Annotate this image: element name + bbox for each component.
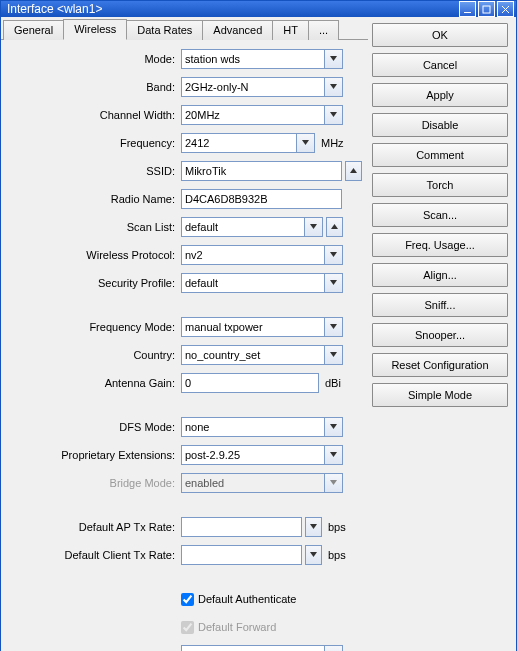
chevron-down-icon[interactable] [296, 134, 314, 152]
label-ap-tx-rate: Default AP Tx Rate: [7, 521, 181, 533]
label-proprietary-extensions: Proprietary Extensions: [7, 449, 181, 461]
channel-width-select[interactable] [181, 105, 343, 125]
torch-button[interactable]: Torch [372, 173, 508, 197]
simple-mode-button[interactable]: Simple Mode [372, 383, 508, 407]
ssid-input[interactable] [181, 161, 342, 181]
security-profile-select[interactable] [181, 273, 343, 293]
sniff-button[interactable]: Sniff... [372, 293, 508, 317]
unit-bps: bps [328, 549, 346, 561]
tab-wireless[interactable]: Wireless [63, 19, 127, 40]
radio-name-input[interactable] [181, 189, 342, 209]
svg-marker-6 [330, 112, 337, 117]
comment-button[interactable]: Comment [372, 143, 508, 167]
client-tx-rate-input[interactable] [181, 545, 302, 565]
default-authenticate-checkbox[interactable]: Default Authenticate [181, 593, 296, 606]
svg-marker-7 [302, 140, 309, 145]
default-forward-checkbox: Default Forward [181, 621, 276, 634]
disable-button[interactable]: Disable [372, 113, 508, 137]
window-title: Interface <wlan1> [7, 2, 102, 16]
chevron-down-icon[interactable] [324, 318, 342, 336]
svg-marker-17 [330, 480, 337, 485]
freq-usage-button[interactable]: Freq. Usage... [372, 233, 508, 257]
svg-rect-0 [464, 12, 471, 13]
chevron-down-icon[interactable] [324, 50, 342, 68]
chevron-down-icon[interactable] [304, 218, 322, 236]
label-frequency-mode: Frequency Mode: [7, 321, 181, 333]
label-radio-name: Radio Name: [7, 193, 181, 205]
unit-bps: bps [328, 521, 346, 533]
svg-marker-8 [350, 168, 357, 173]
label-scan-list: Scan List: [7, 221, 181, 233]
svg-marker-14 [330, 352, 337, 357]
expand-icon[interactable] [305, 517, 322, 537]
svg-marker-13 [330, 324, 337, 329]
chevron-down-icon[interactable] [324, 418, 342, 436]
tab-data-rates[interactable]: Data Rates [126, 20, 203, 40]
collapse-icon[interactable] [345, 161, 362, 181]
ap-tx-rate-input[interactable] [181, 517, 302, 537]
svg-marker-9 [310, 224, 317, 229]
antenna-gain-input[interactable] [181, 373, 319, 393]
expand-icon[interactable] [305, 545, 322, 565]
wireless-protocol-select[interactable] [181, 245, 343, 265]
label-country: Country: [7, 349, 181, 361]
tab-ht[interactable]: HT [272, 20, 309, 40]
mode-select[interactable] [181, 49, 343, 69]
snooper-button[interactable]: Snooper... [372, 323, 508, 347]
cancel-button[interactable]: Cancel [372, 53, 508, 77]
svg-marker-4 [330, 56, 337, 61]
interface-window: Interface <wlan1> General Wireless Data … [0, 0, 517, 651]
tab-general[interactable]: General [3, 20, 64, 40]
svg-rect-1 [483, 6, 490, 13]
multicast-helper-select[interactable] [181, 645, 343, 651]
minimize-icon[interactable] [459, 1, 476, 17]
side-panel: OK Cancel Apply Disable Comment Torch Sc… [368, 17, 516, 651]
frequency-mode-select[interactable] [181, 317, 343, 337]
ok-button[interactable]: OK [372, 23, 508, 47]
chevron-down-icon[interactable] [324, 78, 342, 96]
svg-marker-11 [330, 252, 337, 257]
titlebar: Interface <wlan1> [1, 1, 516, 17]
label-wireless-protocol: Wireless Protocol: [7, 249, 181, 261]
label-security-profile: Security Profile: [7, 277, 181, 289]
align-button[interactable]: Align... [372, 263, 508, 287]
label-bridge-mode: Bridge Mode: [7, 477, 181, 489]
unit-mhz: MHz [321, 137, 344, 149]
chevron-down-icon[interactable] [324, 346, 342, 364]
collapse-icon[interactable] [326, 217, 343, 237]
svg-marker-5 [330, 84, 337, 89]
label-antenna-gain: Antenna Gain: [7, 377, 181, 389]
svg-marker-19 [310, 552, 317, 557]
chevron-down-icon[interactable] [324, 246, 342, 264]
scan-list-select[interactable] [181, 217, 323, 237]
apply-button[interactable]: Apply [372, 83, 508, 107]
label-frequency: Frequency: [7, 137, 181, 149]
tab-more[interactable]: ... [308, 20, 339, 40]
label-channel-width: Channel Width: [7, 109, 181, 121]
label-ssid: SSID: [7, 165, 181, 177]
country-select[interactable] [181, 345, 343, 365]
chevron-down-icon[interactable] [324, 446, 342, 464]
scan-button[interactable]: Scan... [372, 203, 508, 227]
dfs-mode-select[interactable] [181, 417, 343, 437]
band-select[interactable] [181, 77, 343, 97]
label-mode: Mode: [7, 53, 181, 65]
close-icon[interactable] [497, 1, 514, 17]
label-band: Band: [7, 81, 181, 93]
chevron-down-icon[interactable] [324, 646, 342, 651]
wireless-form: Mode: Band: Channel Width: Frequency: MH… [1, 40, 368, 651]
chevron-down-icon [324, 474, 342, 492]
label-client-tx-rate: Default Client Tx Rate: [7, 549, 181, 561]
svg-marker-18 [310, 524, 317, 529]
tabbar: General Wireless Data Rates Advanced HT … [1, 17, 368, 40]
proprietary-extensions-select[interactable] [181, 445, 343, 465]
svg-marker-12 [330, 280, 337, 285]
unit-dbi: dBi [325, 377, 341, 389]
chevron-down-icon[interactable] [324, 106, 342, 124]
bridge-mode-select [181, 473, 343, 493]
tab-advanced[interactable]: Advanced [202, 20, 273, 40]
reset-configuration-button[interactable]: Reset Configuration [372, 353, 508, 377]
maximize-icon[interactable] [478, 1, 495, 17]
frequency-select[interactable] [181, 133, 315, 153]
chevron-down-icon[interactable] [324, 274, 342, 292]
